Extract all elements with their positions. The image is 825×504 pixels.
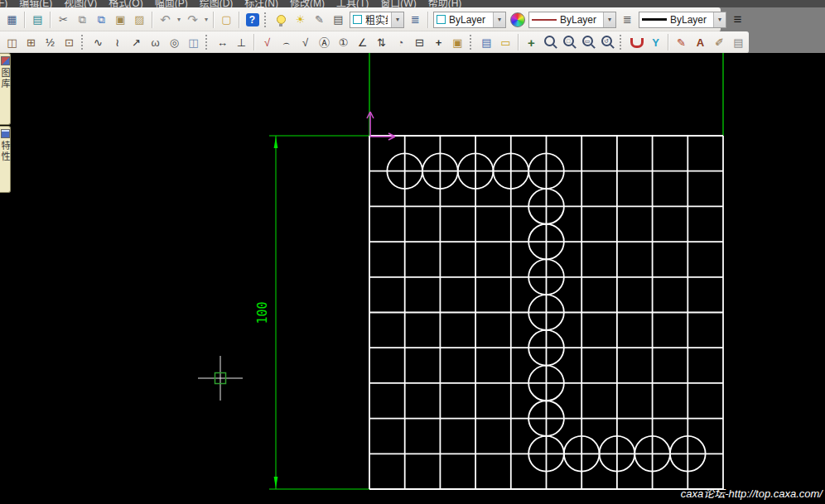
toolbar-separator	[427, 12, 429, 28]
zoom-window-icon[interactable]	[560, 34, 579, 51]
fraction-icon[interactable]: ½	[41, 34, 60, 51]
check-icon[interactable]: √	[296, 34, 315, 51]
lineweight-combo-dropdown[interactable]	[713, 12, 726, 27]
drawing-canvas[interactable]: caxa论坛-http://top.caxa.com/100	[0, 53, 825, 504]
menu-row: 文件(F)编辑(E)视图(V)格式(O)幅面(P)绘图(D)标注(N)修改(M)…	[0, 0, 463, 7]
color-wheel-icon[interactable]	[508, 11, 527, 28]
linetype-combo-dropdown[interactable]	[603, 12, 615, 27]
node-edit-icon[interactable]: ✐	[710, 34, 729, 51]
insert-symbol-icon[interactable]: +	[429, 34, 448, 51]
ruler-icon[interactable]: ▭	[496, 34, 515, 51]
zoom-icon[interactable]	[541, 34, 560, 51]
toolbar-separator	[152, 12, 153, 28]
linetype-combo[interactable]: ByLayer	[528, 12, 616, 28]
menu-help[interactable]: 帮助(H)	[427, 0, 464, 7]
menu-edit[interactable]: 编辑(E)	[17, 0, 54, 7]
layer-visibility-icon[interactable]	[272, 11, 291, 28]
osnap-magnet-icon[interactable]	[627, 34, 646, 51]
datum-label-icon[interactable]: Ⓐ	[315, 34, 334, 51]
color-combo-dropdown[interactable]	[493, 12, 505, 27]
view-manager-icon[interactable]: ▤	[477, 34, 496, 51]
toolbar-grip	[470, 35, 473, 50]
layer-combo-dropdown[interactable]	[391, 12, 403, 27]
layer-plot-icon[interactable]: ▤	[329, 11, 348, 28]
menu-format[interactable]: 格式(O)	[107, 0, 144, 7]
dim-datum-icon[interactable]: ⊥	[232, 34, 251, 51]
undo-icon[interactable]: ↶	[156, 11, 175, 28]
table-icon[interactable]: ⊞	[22, 34, 41, 51]
toolbar-separator	[518, 34, 519, 50]
paste-icon[interactable]: ▣	[111, 11, 130, 28]
linetype-combo-swatch	[532, 19, 557, 21]
toolbar-separator	[213, 12, 215, 28]
circle-tool-icon[interactable]: ◎	[165, 34, 184, 51]
dimension-100[interactable]: 100	[255, 136, 370, 489]
menu-bar: 文件(F)编辑(E)视图(V)格式(O)幅面(P)绘图(D)标注(N)修改(M)…	[0, 0, 825, 7]
toolbar-separator	[239, 12, 240, 28]
construction-lines[interactable]	[369, 53, 723, 136]
toolbar-grip	[620, 35, 623, 50]
ole-object-icon[interactable]: ▢	[217, 11, 236, 28]
chamfer-dim-icon[interactable]: ∠	[353, 34, 372, 51]
save-icon[interactable]: ▦	[2, 11, 22, 28]
layer-lock-icon[interactable]: ✎	[310, 11, 329, 28]
redo-icon[interactable]: ↷	[183, 11, 202, 28]
layer-freeze-icon[interactable]: ☀	[291, 11, 310, 28]
cut-icon[interactable]: ✂	[54, 11, 73, 28]
redo-dropdown[interactable]	[202, 12, 210, 28]
color-combo[interactable]: ByLayer	[433, 12, 506, 28]
frame-text-icon[interactable]: ◫	[2, 34, 22, 51]
menu-dimension[interactable]: 标注(N)	[243, 0, 280, 7]
cell-text-icon[interactable]: ⊡	[60, 34, 79, 51]
standard-toolbar: ▦▤✂⧉⧉▣▨↶↷▢?☀✎▤粗实线≣ByLayerByLayer≣ByLayer…	[0, 7, 721, 31]
linetype-manager-icon[interactable]: ≣	[618, 11, 637, 28]
text-updown-icon[interactable]: ⇅	[372, 34, 391, 51]
text-edit-icon[interactable]: A	[691, 34, 710, 51]
block-insert-icon[interactable]: ◫	[184, 34, 203, 51]
toolbar-grip	[264, 12, 268, 27]
menu-sheet[interactable]: 幅面(P)	[153, 0, 190, 7]
crosshair-cursor	[198, 356, 243, 401]
tolerance-icon[interactable]: ⊟	[410, 34, 429, 51]
toolbar-separator	[253, 34, 255, 50]
leader-pen-icon[interactable]: ↗	[127, 34, 146, 51]
layer-manager-icon[interactable]: ≣	[406, 11, 425, 28]
balloon-icon[interactable]: ①	[334, 34, 353, 51]
format-brush-icon[interactable]: ▨	[130, 11, 149, 28]
main-menu-icon[interactable]: ≡	[728, 11, 747, 28]
copy-icon[interactable]: ⧉	[73, 11, 92, 28]
layer-combo[interactable]: 粗实线	[350, 12, 404, 28]
edit-pen-icon[interactable]: ✎	[672, 34, 691, 51]
wave-line-icon[interactable]: ≀	[108, 34, 127, 51]
dim-linear-icon[interactable]: ↔	[213, 34, 232, 51]
roughness-icon[interactable]: √	[258, 34, 277, 51]
copy-basepoint-icon[interactable]: ⧉	[92, 11, 111, 28]
menu-draw[interactable]: 绘图(D)	[198, 0, 235, 7]
sheet-edit-icon[interactable]: ▤	[729, 34, 748, 51]
undo-dropdown[interactable]	[175, 12, 183, 28]
sidebar-tab-library[interactable]: 图库	[0, 53, 11, 125]
pan-icon[interactable]: +	[522, 34, 541, 51]
toolbar-separator	[50, 12, 51, 28]
menu-modify[interactable]: 修改(M)	[288, 0, 326, 7]
zoom-previous-icon[interactable]	[598, 34, 617, 51]
arc-text-icon[interactable]: ⌢	[277, 34, 296, 51]
filter-icon[interactable]: Y	[646, 34, 665, 51]
help-icon[interactable]: ?	[243, 11, 262, 28]
contour-icon[interactable]: ω	[146, 34, 165, 51]
menu-tools[interactable]: 工具(T)	[335, 0, 370, 7]
pie-dim-icon[interactable]: ◔	[391, 34, 410, 51]
sidebar-tab-label: 图库	[1, 68, 9, 89]
sidebar-tab-label: 特性	[1, 141, 9, 162]
lineweight-combo[interactable]: ByLayer	[639, 12, 726, 28]
menu-view[interactable]: 视图(V)	[62, 0, 99, 7]
frame-a-icon[interactable]: ▣	[448, 34, 467, 51]
drafting-toolbar: ◫⊞½⊡∿≀↗ω◎◫↔⊥√⌢√Ⓐ①∠⇅◔⊟+▣▤▭+Y✎A✐▤	[0, 31, 749, 53]
spline-icon[interactable]: ∿	[89, 34, 108, 51]
menu-file[interactable]: 文件(F)	[0, 0, 9, 7]
sidebar-tab-properties[interactable]: 特性	[0, 126, 11, 193]
zoom-all-icon[interactable]	[579, 34, 598, 51]
drawing-area[interactable]: caxa论坛-http://top.caxa.com/100	[0, 53, 825, 504]
print-icon[interactable]: ▤	[28, 11, 47, 28]
menu-window[interactable]: 窗口(W)	[379, 0, 417, 7]
